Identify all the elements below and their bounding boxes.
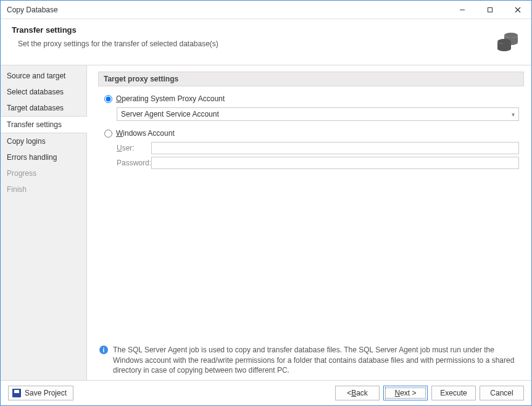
- password-label: Password:: [117, 159, 151, 167]
- user-row: User:: [117, 142, 519, 154]
- radio-os-input[interactable]: [104, 95, 112, 103]
- sidebar-item-target-databases[interactable]: Target databases: [1, 100, 86, 116]
- spacer: [98, 178, 524, 341]
- user-label: User:: [117, 144, 151, 152]
- footer: Save Project < Back Next > Execute Cance…: [1, 380, 531, 405]
- close-button[interactable]: [504, 1, 531, 19]
- radio-windows-input[interactable]: [104, 130, 112, 138]
- content: Target proxy settings Operating System P…: [87, 65, 531, 380]
- radio-windows-label: Windows Account: [116, 129, 175, 138]
- window-buttons: [448, 1, 531, 19]
- proxy-account-dropdown[interactable]: Server Agent Service Account ▾: [117, 107, 519, 121]
- body: Source and target Select databases Targe…: [1, 65, 531, 380]
- minimize-button[interactable]: [448, 1, 476, 19]
- info-icon: i: [99, 346, 108, 354]
- svg-rect-1: [488, 7, 492, 12]
- password-row: Password:: [117, 157, 519, 169]
- titlebar: Copy Database: [1, 1, 531, 19]
- page-title: Transfer settings: [12, 25, 483, 35]
- sidebar-item-progress: Progress: [1, 165, 86, 181]
- dropdown-value: Server Agent Service Account: [121, 110, 219, 118]
- save-icon: [12, 389, 21, 397]
- window-title: Copy Database: [7, 6, 448, 14]
- svg-point-4: [504, 33, 518, 38]
- header: Transfer settings Set the proxy settings…: [1, 19, 531, 65]
- save-project-button[interactable]: Save Project: [8, 386, 73, 400]
- radio-windows-account[interactable]: Windows Account: [103, 127, 519, 139]
- sidebar: Source and target Select databases Targe…: [1, 65, 87, 380]
- maximize-button[interactable]: [476, 1, 504, 19]
- radio-os-proxy-account[interactable]: Operating System Proxy Account: [103, 93, 519, 105]
- save-project-label: Save Project: [25, 389, 67, 397]
- cancel-button[interactable]: Cancel: [480, 386, 524, 400]
- chevron-down-icon: ▾: [512, 111, 515, 118]
- radio-os-label: Operating System Proxy Account: [116, 94, 225, 103]
- next-button[interactable]: Next >: [383, 386, 428, 400]
- sidebar-item-transfer-settings[interactable]: Transfer settings: [1, 116, 87, 133]
- info-text: The SQL Server Agent job is used to copy…: [113, 345, 523, 375]
- page-description: Set the proxy settings for the transfer …: [12, 39, 483, 48]
- sidebar-item-finish: Finish: [1, 181, 86, 197]
- database-icon: [496, 29, 520, 54]
- sidebar-item-select-databases[interactable]: Select databases: [1, 84, 86, 100]
- svg-point-5: [497, 39, 511, 44]
- sidebar-item-errors-handling[interactable]: Errors handling: [1, 149, 86, 165]
- execute-button[interactable]: Execute: [431, 386, 476, 400]
- header-text: Transfer settings Set the proxy settings…: [12, 25, 483, 48]
- user-input[interactable]: [151, 142, 519, 154]
- group-body: Operating System Proxy Account Server Ag…: [98, 86, 524, 178]
- back-button[interactable]: < Back: [335, 386, 380, 400]
- window: Copy Database Transfer settings Set the …: [0, 0, 532, 406]
- info-note: i The SQL Server Agent job is used to co…: [98, 341, 524, 375]
- group-target-proxy-settings: Target proxy settings: [98, 72, 524, 86]
- password-input[interactable]: [151, 157, 519, 169]
- sidebar-item-source-target[interactable]: Source and target: [1, 68, 86, 84]
- sidebar-item-copy-logins[interactable]: Copy logins: [1, 133, 86, 149]
